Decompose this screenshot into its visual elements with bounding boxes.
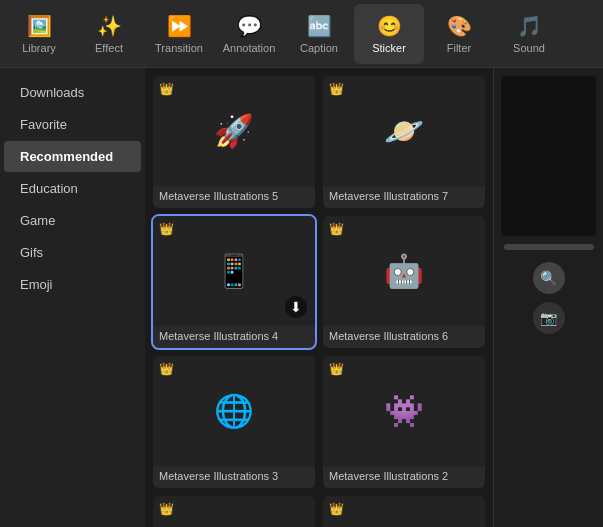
sticker-art-0: 🚀 — [194, 91, 274, 171]
thumb-5: 👑 👾 — [323, 356, 485, 466]
thumb-7: 👑 🎭 — [323, 496, 485, 527]
grid-item-3[interactable]: 👑 🤖 Metaverse Illustrations 6 — [323, 216, 485, 348]
grid-item-7[interactable]: 👑 🎭 Mask Man — [323, 496, 485, 527]
sticker-art-6: 💻 — [194, 511, 274, 527]
preview-area — [501, 76, 596, 236]
toolbar-item-sticker[interactable]: 😊 Sticker — [354, 4, 424, 64]
thumb-0: 👑 🚀 — [153, 76, 315, 186]
sticker-label-2: Metaverse Illustrations 4 — [153, 326, 315, 348]
crown-icon-7: 👑 — [329, 502, 344, 516]
toolbar-icon-sticker: 😊 — [377, 14, 402, 38]
sticker-grid: 👑 🚀 Metaverse Illustrations 5 👑 🪐 Metave… — [153, 76, 485, 527]
thumb-3: 👑 🤖 — [323, 216, 485, 326]
grid-item-2[interactable]: 👑 📱 ⬇ Metaverse Illustrations 4 — [153, 216, 315, 348]
thumb-6: 👑 💻 — [153, 496, 315, 527]
toolbar-item-effect[interactable]: ✨ Effect — [74, 4, 144, 64]
sticker-art-5: 👾 — [364, 371, 444, 451]
grid-item-0[interactable]: 👑 🚀 Metaverse Illustrations 5 — [153, 76, 315, 208]
camera-icon[interactable]: 📷 — [533, 302, 565, 334]
crown-icon-0: 👑 — [159, 82, 174, 96]
sidebar-item-education[interactable]: Education — [4, 173, 141, 204]
search-icon[interactable]: 🔍 — [533, 262, 565, 294]
download-icon[interactable]: ⬇ — [285, 296, 307, 318]
crown-icon-4: 👑 — [159, 362, 174, 376]
grid-item-4[interactable]: 👑 🌐 Metaverse Illustrations 3 — [153, 356, 315, 488]
toolbar-item-annotation[interactable]: 💬 Annotation — [214, 4, 284, 64]
sticker-art-1: 🪐 — [364, 91, 444, 171]
crown-icon-6: 👑 — [159, 502, 174, 516]
toolbar-icon-effect: ✨ — [97, 14, 122, 38]
toolbar-icon-sound: 🎵 — [517, 14, 542, 38]
toolbar-label-caption: Caption — [300, 42, 338, 54]
toolbar-item-sound[interactable]: 🎵 Sound — [494, 4, 564, 64]
right-panel-icons: 🔍 📷 — [533, 262, 565, 334]
toolbar-item-transition[interactable]: ⏩ Transition — [144, 4, 214, 64]
toolbar-label-annotation: Annotation — [223, 42, 276, 54]
toolbar-item-library[interactable]: 🖼️ Library — [4, 4, 74, 64]
sticker-art-7: 🎭 — [364, 511, 444, 527]
crown-icon-5: 👑 — [329, 362, 344, 376]
sidebar-item-gifs[interactable]: Gifs — [4, 237, 141, 268]
toolbar-item-filter[interactable]: 🎨 Filter — [424, 4, 494, 64]
crown-icon-2: 👑 — [159, 222, 174, 236]
content-grid-area: 👑 🚀 Metaverse Illustrations 5 👑 🪐 Metave… — [145, 68, 493, 527]
sidebar-item-game[interactable]: Game — [4, 205, 141, 236]
toolbar-icon-filter: 🎨 — [447, 14, 472, 38]
crown-icon-1: 👑 — [329, 82, 344, 96]
thumb-4: 👑 🌐 — [153, 356, 315, 466]
sticker-label-1: Metaverse Illustrations 7 — [323, 186, 485, 208]
grid-item-5[interactable]: 👑 👾 Metaverse Illustrations 2 — [323, 356, 485, 488]
toolbar-label-library: Library — [22, 42, 56, 54]
toolbar: 🖼️ Library ✨ Effect ⏩ Transition 💬 Annot… — [0, 0, 603, 68]
timeline-bar — [504, 244, 594, 250]
toolbar-icon-caption: 🔤 — [307, 14, 332, 38]
sidebar: DownloadsFavoriteRecommendedEducationGam… — [0, 68, 145, 527]
sidebar-item-emoji[interactable]: Emoji — [4, 269, 141, 300]
sticker-label-4: Metaverse Illustrations 3 — [153, 466, 315, 488]
sidebar-item-recommended[interactable]: Recommended — [4, 141, 141, 172]
grid-item-6[interactable]: 👑 💻 Metaverse Illustrations 1 — [153, 496, 315, 527]
toolbar-icon-transition: ⏩ — [167, 14, 192, 38]
sticker-label-3: Metaverse Illustrations 6 — [323, 326, 485, 348]
sticker-label-0: Metaverse Illustrations 5 — [153, 186, 315, 208]
toolbar-item-caption[interactable]: 🔤 Caption — [284, 4, 354, 64]
thumb-1: 👑 🪐 — [323, 76, 485, 186]
crown-icon-3: 👑 — [329, 222, 344, 236]
toolbar-label-filter: Filter — [447, 42, 471, 54]
toolbar-label-sound: Sound — [513, 42, 545, 54]
sidebar-item-downloads[interactable]: Downloads — [4, 77, 141, 108]
grid-item-1[interactable]: 👑 🪐 Metaverse Illustrations 7 — [323, 76, 485, 208]
right-panel: 🔍 📷 — [493, 68, 603, 527]
toolbar-label-transition: Transition — [155, 42, 203, 54]
toolbar-icon-library: 🖼️ — [27, 14, 52, 38]
toolbar-label-sticker: Sticker — [372, 42, 406, 54]
sticker-label-5: Metaverse Illustrations 2 — [323, 466, 485, 488]
toolbar-icon-annotation: 💬 — [237, 14, 262, 38]
thumb-2: 👑 📱 ⬇ — [153, 216, 315, 326]
toolbar-label-effect: Effect — [95, 42, 123, 54]
main-area: DownloadsFavoriteRecommendedEducationGam… — [0, 68, 603, 527]
sticker-art-4: 🌐 — [194, 371, 274, 451]
sidebar-item-favorite[interactable]: Favorite — [4, 109, 141, 140]
sticker-art-2: 📱 — [194, 231, 274, 311]
sticker-art-3: 🤖 — [364, 231, 444, 311]
